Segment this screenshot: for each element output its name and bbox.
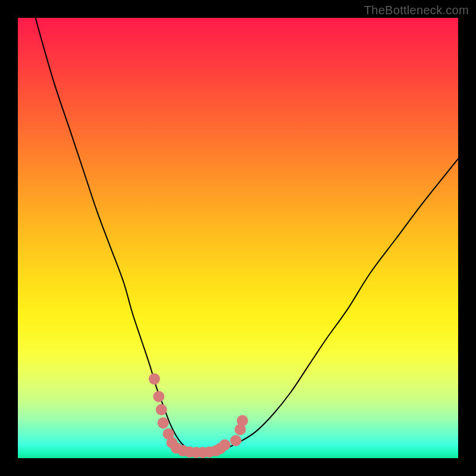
curve-marker: [149, 373, 160, 384]
plot-frame: [18, 18, 458, 458]
curve-marker: [230, 435, 242, 446]
curve-marker: [158, 417, 169, 428]
watermark-text: TheBottleneck.com: [364, 4, 469, 17]
curve-marker: [156, 404, 167, 415]
curve-marker: [153, 391, 164, 402]
chart-stage: TheBottleneck.com: [0, 0, 476, 476]
curve-marker: [219, 439, 230, 450]
curve-marker: [237, 415, 248, 427]
curve-markers: [18, 18, 458, 458]
